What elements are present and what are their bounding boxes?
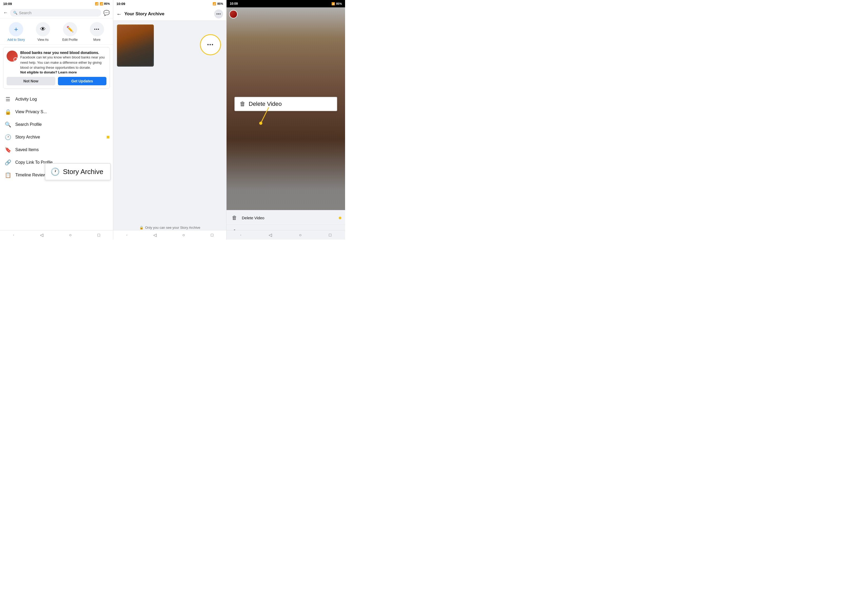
status-bar-2: 10:09 📶 85%	[113, 0, 226, 7]
search-icon: 🔍	[13, 11, 17, 15]
search-input-wrap[interactable]: 🔍 Search	[10, 9, 101, 17]
panel-story-archive: 10:09 📶 85% ← Your Story Archive ••• •••…	[113, 0, 227, 240]
view-as-label: View As	[38, 38, 49, 42]
battery-icon-1: 📶 85%	[99, 2, 110, 6]
nav-back-3[interactable]: ◁	[269, 233, 272, 237]
annotation-dot-story-archive	[107, 136, 109, 138]
battery-icon-2: 85%	[217, 2, 223, 5]
callout-story-archive-icon: 🕐	[50, 167, 60, 176]
edit-profile-icon-circle: ✏️	[63, 22, 77, 36]
get-updates-button[interactable]: Get Updates	[58, 77, 107, 85]
notif-header: Blood banks near you need blood donation…	[6, 50, 106, 74]
nav-bar-3: · ◁ ○ □	[227, 230, 345, 240]
status-icons-1: 📶 📶 85%	[95, 2, 110, 6]
callout-story-archive-label: Story Archive	[63, 168, 103, 176]
nav-back-1[interactable]: ◁	[40, 233, 43, 237]
add-to-story-action[interactable]: + Add to Story	[6, 22, 27, 42]
saved-items-icon: 🔖	[4, 147, 12, 153]
footer-text: Only you can see your Story Archive	[145, 226, 200, 229]
menu-item-saved-items[interactable]: 🔖 Saved Items	[0, 143, 113, 156]
add-to-story-icon-circle: +	[9, 22, 23, 36]
panel-delete-video: 10:09 📶 85% 🗑 Delete Video 🗑 Delete Vide…	[227, 0, 345, 240]
notif-text-block: Blood banks near you need blood donation…	[20, 50, 106, 74]
story-archive-label: Story Archive	[15, 135, 40, 140]
profile-actions-row: + Add to Story 👁 View As ✏️ Edit Profile…	[0, 19, 113, 44]
three-dots-button[interactable]: •••	[214, 9, 223, 19]
nav-bar-2: · ◁ ○ □	[113, 230, 226, 240]
status-time-1: 10:09	[3, 2, 12, 6]
delete-callout-label: Delete Video	[249, 101, 282, 107]
delete-video-menu-icon: 🗑	[231, 215, 238, 221]
back-button[interactable]: ←	[3, 10, 8, 16]
back-button-2[interactable]: ←	[116, 11, 122, 17]
status-time-3: 10:09	[230, 2, 238, 6]
search-profile-label: Search Profile	[15, 122, 42, 127]
story-archive-footer: 🔒 Only you can see your Story Archive	[113, 226, 226, 229]
status-time-2: 10:09	[116, 2, 125, 6]
delete-callout-icon: 🗑	[240, 101, 246, 107]
delete-video-menu-label: Delete Video	[242, 215, 264, 220]
search-profile-icon: 🔍	[4, 121, 12, 128]
three-dots-icon: •••	[216, 12, 221, 16]
not-now-button[interactable]: Not Now	[6, 77, 55, 85]
status-icons-2: 📶 85%	[212, 2, 223, 6]
copy-link-icon: 🔗	[4, 159, 12, 166]
menu-item-view-privacy[interactable]: 🔒 View Privacy S...	[0, 105, 113, 118]
nav-back-2[interactable]: ◁	[153, 233, 156, 237]
battery-icon-3: 85%	[336, 2, 342, 5]
edit-profile-label: Edit Profile	[63, 38, 78, 42]
menu-item-search-profile[interactable]: 🔍 Search Profile	[0, 118, 113, 131]
nav-home-2[interactable]: ○	[182, 233, 185, 237]
lock-icon-footer: 🔒	[139, 226, 143, 229]
video-small-avatar	[229, 10, 238, 19]
panel-facebook-menu: 10:09 📶 📶 85% ← 🔍 Search 💬 + Add to Stor…	[0, 0, 113, 240]
three-dots-circle-annotation: •••	[200, 34, 221, 55]
view-privacy-label: View Privacy S...	[15, 110, 47, 114]
status-icons-3: 📶 85%	[331, 2, 342, 6]
signal-icon-2: 📶	[212, 2, 216, 6]
notif-body: Facebook can let you know when blood ban…	[20, 55, 106, 70]
notif-avatar	[6, 50, 18, 61]
search-bar: ← 🔍 Search 💬	[0, 7, 113, 19]
status-bar-1: 10:09 📶 📶 85%	[0, 0, 113, 7]
thumb-image	[117, 25, 154, 67]
timeline-review-icon: 📋	[4, 172, 12, 178]
annotation-dot-delete	[339, 217, 342, 219]
delete-video-callout: 🗑 Delete Video	[234, 97, 337, 111]
nav-recents-3[interactable]: □	[329, 233, 332, 237]
signal-icon-1: 📶	[95, 2, 99, 6]
activity-log-icon: ☰	[4, 96, 12, 102]
notif-footer-text: Not eligible to donate? Learn more	[20, 70, 106, 74]
story-archive-header: ← Your Story Archive •••	[113, 7, 226, 21]
messenger-icon[interactable]: 💬	[103, 10, 110, 16]
menu-item-activity-log[interactable]: ☰ Activity Log	[0, 93, 113, 105]
story-archive-callout: 🕐 Story Archive	[45, 163, 111, 180]
three-dots-annotation-icon: •••	[207, 42, 214, 48]
nav-recents-2[interactable]: □	[211, 233, 213, 237]
story-thumbnail[interactable]	[117, 25, 154, 67]
activity-log-label: Activity Log	[15, 97, 37, 102]
notif-avatar-badge	[13, 57, 18, 61]
timeline-review-label: Timeline Review	[15, 173, 46, 178]
view-as-icon-circle: 👁	[36, 22, 50, 36]
nav-home-3[interactable]: ○	[299, 233, 302, 237]
nav-recents-1[interactable]: □	[98, 233, 100, 237]
status-bar-3: 10:09 📶 85%	[227, 0, 345, 7]
more-icon-circle: •••	[90, 22, 104, 36]
story-archive-title: Your Story Archive	[124, 11, 211, 17]
story-archive-icon: 🕐	[4, 134, 12, 140]
nav-home-1[interactable]: ○	[69, 233, 72, 237]
menu-item-story-archive[interactable]: 🕐 Story Archive	[0, 131, 113, 143]
view-as-action[interactable]: 👁 View As	[32, 22, 54, 42]
signal-icon-3: 📶	[331, 2, 335, 6]
nav-dot-2: ·	[126, 233, 127, 237]
delete-video-menu-item[interactable]: 🗑 Delete Video	[227, 211, 345, 225]
nav-bar-1: · ◁ ○ □	[0, 230, 113, 240]
notif-title: Blood banks near you need blood donation…	[20, 50, 106, 55]
more-action[interactable]: ••• More	[87, 22, 107, 42]
add-to-story-label: Add to Story	[7, 38, 25, 42]
edit-profile-action[interactable]: ✏️ Edit Profile	[60, 22, 80, 42]
search-placeholder: Search	[19, 11, 31, 15]
notif-buttons: Not Now Get Updates	[6, 77, 106, 85]
saved-items-label: Saved Items	[15, 148, 39, 152]
